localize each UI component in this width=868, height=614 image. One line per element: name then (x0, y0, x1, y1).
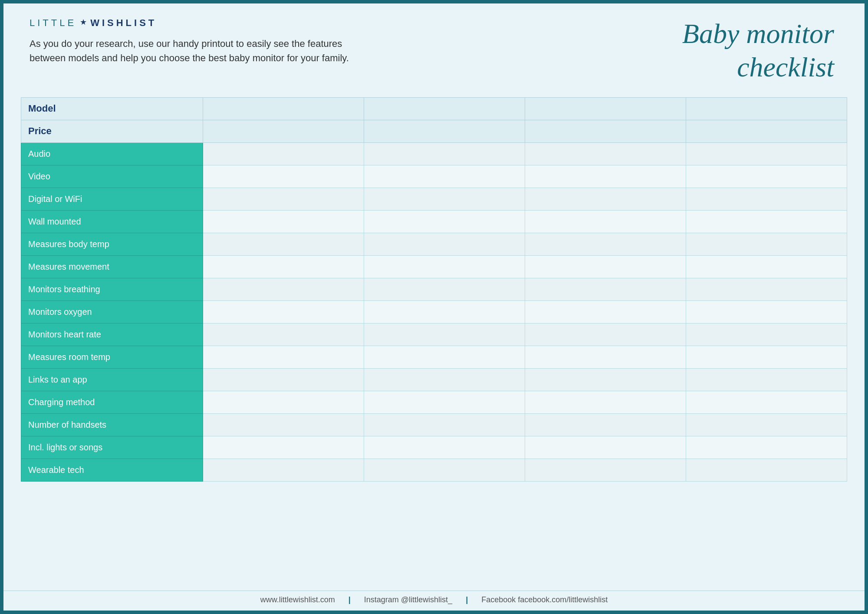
feature-data-cell[interactable] (525, 413, 686, 436)
feature-data-cell[interactable] (203, 436, 364, 459)
table-row: Links to an app (21, 368, 847, 391)
feature-data-cell[interactable] (686, 391, 847, 413)
feature-data-cell[interactable] (203, 300, 364, 323)
header-data-cell (686, 97, 847, 120)
feature-data-cell[interactable] (364, 459, 525, 481)
feature-data-cell[interactable] (203, 278, 364, 300)
feature-data-cell[interactable] (364, 300, 525, 323)
feature-data-cell[interactable] (686, 346, 847, 368)
feature-label-cell: Monitors breathing (21, 278, 203, 300)
table-row: Digital or WiFi (21, 188, 847, 210)
header-data-cell (364, 97, 525, 120)
feature-data-cell[interactable] (364, 142, 525, 165)
feature-data-cell[interactable] (203, 346, 364, 368)
feature-data-cell[interactable] (686, 188, 847, 210)
page-wrapper: LITTLE ★ WISHLIST As you do your researc… (0, 0, 868, 614)
feature-data-cell[interactable] (203, 323, 364, 346)
logo-row: LITTLE ★ WISHLIST (30, 17, 349, 29)
feature-data-cell[interactable] (686, 165, 847, 188)
page-title: Baby monitor checklist (682, 17, 838, 84)
feature-data-cell[interactable] (525, 255, 686, 278)
footer-instagram: Instagram @littlewishlist_ (364, 595, 452, 604)
footer-website: www.littlewishlist.com (260, 595, 335, 604)
feature-data-cell[interactable] (364, 233, 525, 255)
feature-label-cell: Digital or WiFi (21, 188, 203, 210)
feature-data-cell[interactable] (686, 323, 847, 346)
feature-data-cell[interactable] (364, 323, 525, 346)
logo-area: LITTLE ★ WISHLIST As you do your researc… (30, 17, 349, 65)
feature-data-cell[interactable] (203, 188, 364, 210)
feature-data-cell[interactable] (203, 142, 364, 165)
feature-data-cell[interactable] (525, 459, 686, 481)
feature-data-cell[interactable] (525, 323, 686, 346)
feature-data-cell[interactable] (686, 436, 847, 459)
feature-data-cell[interactable] (686, 255, 847, 278)
footer-sep1: | (349, 595, 351, 604)
feature-data-cell[interactable] (525, 142, 686, 165)
feature-data-cell[interactable] (203, 233, 364, 255)
feature-data-cell[interactable] (203, 368, 364, 391)
feature-data-cell[interactable] (686, 368, 847, 391)
feature-data-cell[interactable] (203, 165, 364, 188)
table-row: Monitors oxygen (21, 300, 847, 323)
feature-label-cell: Charging method (21, 391, 203, 413)
feature-data-cell[interactable] (525, 233, 686, 255)
subtitle-text: As you do your research, use our handy p… (30, 36, 349, 65)
feature-label-cell: Wearable tech (21, 459, 203, 481)
feature-data-cell[interactable] (364, 210, 525, 233)
feature-data-cell[interactable] (525, 210, 686, 233)
feature-label-cell: Monitors oxygen (21, 300, 203, 323)
feature-data-cell[interactable] (525, 188, 686, 210)
feature-data-cell[interactable] (525, 436, 686, 459)
header-data-cell (203, 120, 364, 142)
feature-data-cell[interactable] (686, 278, 847, 300)
feature-label-cell: Measures body temp (21, 233, 203, 255)
table-row: Monitors breathing (21, 278, 847, 300)
feature-data-cell[interactable] (525, 368, 686, 391)
header-data-cell (203, 97, 364, 120)
feature-data-cell[interactable] (203, 255, 364, 278)
feature-data-cell[interactable] (686, 233, 847, 255)
feature-data-cell[interactable] (364, 278, 525, 300)
feature-data-cell[interactable] (364, 188, 525, 210)
feature-data-cell[interactable] (364, 368, 525, 391)
feature-data-cell[interactable] (525, 300, 686, 323)
table-row: Number of handsets (21, 413, 847, 436)
table-header-row: Model (21, 97, 847, 120)
feature-data-cell[interactable] (686, 300, 847, 323)
feature-data-cell[interactable] (525, 165, 686, 188)
feature-data-cell[interactable] (525, 346, 686, 368)
feature-label-cell: Links to an app (21, 368, 203, 391)
table-row: Measures movement (21, 255, 847, 278)
feature-label-cell: Measures movement (21, 255, 203, 278)
feature-data-cell[interactable] (203, 210, 364, 233)
feature-data-cell[interactable] (364, 436, 525, 459)
feature-data-cell[interactable] (686, 210, 847, 233)
feature-data-cell[interactable] (203, 459, 364, 481)
feature-data-cell[interactable] (525, 391, 686, 413)
feature-data-cell[interactable] (525, 278, 686, 300)
logo-little: LITTLE (30, 17, 76, 29)
feature-data-cell[interactable] (364, 391, 525, 413)
feature-data-cell[interactable] (203, 391, 364, 413)
feature-data-cell[interactable] (364, 255, 525, 278)
footer: www.littlewishlist.com | Instagram @litt… (3, 591, 865, 611)
table-header-row: Price (21, 120, 847, 142)
feature-data-cell[interactable] (364, 165, 525, 188)
feature-data-cell[interactable] (203, 413, 364, 436)
table-row: Measures body temp (21, 233, 847, 255)
header: LITTLE ★ WISHLIST As you do your researc… (3, 3, 865, 93)
feature-data-cell[interactable] (686, 413, 847, 436)
table-row: Charging method (21, 391, 847, 413)
table-row: Incl. lights or songs (21, 436, 847, 459)
feature-data-cell[interactable] (364, 413, 525, 436)
feature-data-cell[interactable] (686, 142, 847, 165)
header-data-cell (525, 120, 686, 142)
feature-data-cell[interactable] (686, 459, 847, 481)
table-row: Wearable tech (21, 459, 847, 481)
feature-data-cell[interactable] (364, 346, 525, 368)
table-row: Audio (21, 142, 847, 165)
table-row: Measures room temp (21, 346, 847, 368)
feature-label-cell: Measures room temp (21, 346, 203, 368)
header-label-cell: Price (21, 120, 203, 142)
